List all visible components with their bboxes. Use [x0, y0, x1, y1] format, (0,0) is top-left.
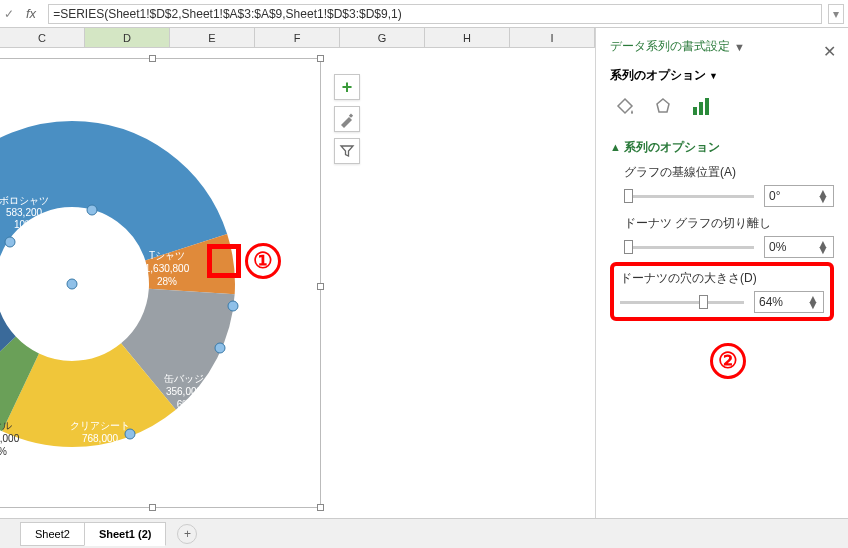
- svg-rect-35: [699, 102, 703, 115]
- effects-icon[interactable]: [652, 96, 674, 121]
- series-options-icon[interactable]: [690, 96, 712, 121]
- sheet-tab[interactable]: Sheet2: [20, 522, 85, 546]
- svg-text:1,078,000: 1,078,000: [0, 433, 20, 444]
- chart-tools: +: [334, 74, 360, 164]
- svg-point-25: [228, 301, 238, 311]
- svg-point-30: [125, 429, 135, 439]
- svg-text:クリアシート: クリアシート: [70, 420, 130, 431]
- svg-text:ボロシャツ: ボロシャツ: [0, 195, 49, 206]
- column-headers: C D E F G H I: [0, 28, 595, 48]
- series-options-dropdown[interactable]: 系列のオプション ▼: [610, 67, 834, 84]
- angle-control: グラフの基線位置(A) 0°▲▼: [624, 164, 834, 207]
- svg-text:28%: 28%: [157, 276, 177, 287]
- sheet-tab[interactable]: Sheet1 (2): [84, 522, 167, 546]
- hole-size-label: ドーナツの穴の大きさ(D): [620, 270, 824, 287]
- chart-elements-button[interactable]: +: [334, 74, 360, 100]
- svg-text:583,200: 583,200: [6, 207, 43, 218]
- col-header[interactable]: G: [340, 28, 425, 47]
- doughnut-chart[interactable]: Tシャツ1,630,80028% 缶バッジ356,0006% クリアシート768…: [0, 59, 322, 509]
- worksheet-area: C D E F G H I: [0, 28, 596, 518]
- svg-text:Tシャツ: Tシャツ: [149, 250, 185, 261]
- svg-text:768,000: 768,000: [82, 433, 119, 444]
- number-badge-1: ①: [245, 243, 281, 279]
- pane-title: データ系列の書式設定▼: [610, 38, 834, 55]
- svg-text:6%: 6%: [177, 399, 192, 410]
- svg-text:356,000: 356,000: [166, 386, 203, 397]
- hole-size-highlight: ドーナツの穴の大きさ(D) 64%▲▼: [610, 262, 834, 321]
- hole-size-input[interactable]: 64%▲▼: [754, 291, 824, 313]
- explosion-input[interactable]: 0%▲▼: [764, 236, 834, 258]
- svg-text:18%: 18%: [0, 446, 7, 457]
- col-header[interactable]: I: [510, 28, 595, 47]
- col-header[interactable]: D: [85, 28, 170, 47]
- annotation-1: ①: [207, 243, 281, 279]
- col-header[interactable]: E: [170, 28, 255, 47]
- fill-icon[interactable]: [614, 96, 636, 121]
- col-header[interactable]: C: [0, 28, 85, 47]
- svg-rect-34: [693, 107, 697, 115]
- col-header[interactable]: F: [255, 28, 340, 47]
- svg-text:缶バッジ: 缶バッジ: [164, 373, 204, 384]
- format-pane: データ系列の書式設定▼ ✕ 系列のオプション ▼ ▲ 系列のオプション グラフの…: [596, 28, 848, 518]
- hole-size-slider[interactable]: [620, 301, 744, 304]
- svg-text:10%: 10%: [14, 219, 34, 230]
- red-square-marker: [207, 244, 241, 278]
- formula-input[interactable]: [48, 4, 822, 24]
- svg-text:タオル: タオル: [0, 420, 12, 431]
- new-sheet-button[interactable]: +: [177, 524, 197, 544]
- svg-point-31: [215, 343, 225, 353]
- svg-rect-32: [349, 114, 353, 118]
- hole-size-control: ドーナツの穴の大きさ(D) 64%▲▼: [620, 270, 824, 313]
- close-icon[interactable]: ✕: [823, 42, 836, 61]
- explosion-slider[interactable]: [624, 246, 754, 249]
- col-header[interactable]: H: [425, 28, 510, 47]
- svg-marker-33: [657, 99, 669, 112]
- angle-label: グラフの基線位置(A): [624, 164, 834, 181]
- formula-expand-icon[interactable]: ▾: [828, 4, 844, 24]
- chart-styles-button[interactable]: [334, 106, 360, 132]
- fx-label[interactable]: fx: [20, 6, 42, 21]
- angle-input[interactable]: 0°▲▼: [764, 185, 834, 207]
- svg-rect-36: [705, 98, 709, 115]
- svg-text:13%: 13%: [90, 446, 110, 457]
- explosion-label: ドーナツ グラフの切り離し: [624, 215, 834, 232]
- formula-bar: ✓ fx ▾: [0, 0, 848, 28]
- svg-point-24: [67, 279, 77, 289]
- angle-slider[interactable]: [624, 195, 754, 198]
- number-badge-2: ②: [710, 343, 746, 379]
- category-icons: [614, 96, 834, 121]
- chart-filter-button[interactable]: [334, 138, 360, 164]
- svg-text:1,630,800: 1,630,800: [145, 263, 190, 274]
- svg-point-29: [87, 205, 97, 215]
- sheet-tabs: Sheet2 Sheet1 (2) +: [0, 518, 848, 548]
- chart-object[interactable]: Tシャツ1,630,80028% 缶バッジ356,0006% クリアシート768…: [0, 58, 321, 508]
- section-header[interactable]: ▲ 系列のオプション: [610, 139, 834, 156]
- accept-icon[interactable]: ✓: [4, 7, 14, 21]
- svg-point-28: [5, 237, 15, 247]
- explosion-control: ドーナツ グラフの切り離し 0%▲▼: [624, 215, 834, 258]
